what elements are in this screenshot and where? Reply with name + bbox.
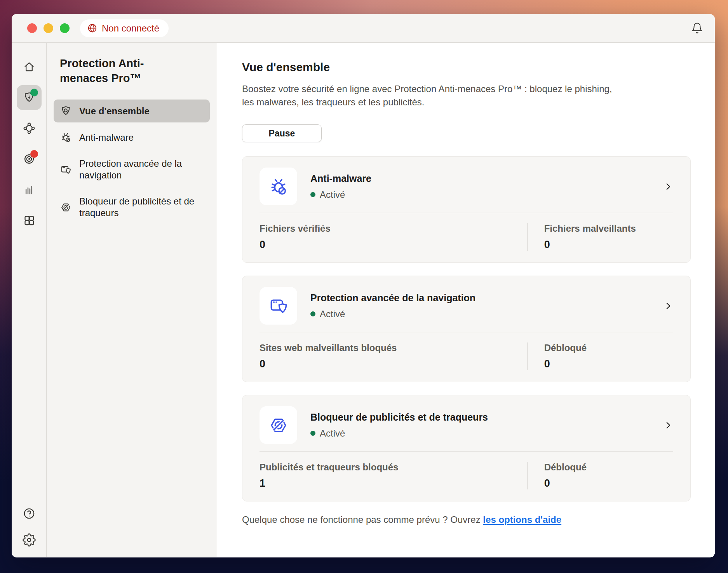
help-options-link[interactable]: les options d'aide <box>483 514 561 525</box>
browser-shield-icon <box>60 164 72 176</box>
card-title: Anti-malware <box>310 173 371 184</box>
status-label: Activé <box>320 189 345 200</box>
status-label: Activé <box>320 428 345 439</box>
grid-tiles-icon <box>23 214 36 227</box>
card-stats: Publicités et traqueurs bloqués 1 Débloq… <box>260 451 673 489</box>
notifications-button[interactable] <box>691 22 703 34</box>
sidebar-item-label: Bloqueur de publicités et de traqueurs <box>79 196 204 219</box>
chevron-right-icon <box>663 301 673 311</box>
sidebar-item-label: Anti-malware <box>79 132 134 143</box>
browsing-protection-card-header[interactable]: Protection avancée de la navigation Acti… <box>260 287 673 325</box>
card-title: Bloqueur de publicités et de traqueurs <box>310 412 488 423</box>
help-footnote-text: Quelque chose ne fonctionne pas comme pr… <box>242 514 483 525</box>
stat-label: Fichiers vérifiés <box>260 223 518 234</box>
stat-label: Débloqué <box>544 462 673 473</box>
close-button[interactable] <box>27 23 37 33</box>
mesh-nodes-icon <box>23 122 36 135</box>
gear-icon <box>23 533 36 547</box>
stat-unblocked: Débloqué 0 <box>527 462 673 489</box>
stat-value: 0 <box>260 239 518 251</box>
rail-item-monitor[interactable] <box>17 147 42 171</box>
titlebar: Non connecté <box>12 14 715 43</box>
stat-value: 1 <box>260 477 518 489</box>
icon-rail <box>12 43 47 557</box>
connection-status-pill[interactable]: Non connecté <box>80 19 169 37</box>
alert-badge <box>30 150 38 158</box>
shield-magnifier-icon <box>60 105 72 117</box>
stat-value: 0 <box>544 358 673 370</box>
rail-item-more-tools[interactable] <box>17 208 42 233</box>
card-title: Protection avancée de la navigation <box>310 292 475 304</box>
main-panel: Vue d'ensemble Boostez votre sécurité en… <box>217 43 715 557</box>
bug-blocked-icon <box>260 168 297 205</box>
chevron-right-icon <box>663 420 673 430</box>
chevron-right-icon <box>663 182 673 192</box>
sidebar-item-label: Vue d'ensemble <box>79 105 150 117</box>
stat-label: Publicités et traqueurs bloqués <box>260 462 518 473</box>
globe-icon <box>87 23 98 33</box>
stat-value: 0 <box>544 239 673 251</box>
settings-button[interactable] <box>18 529 40 551</box>
rail-item-mesh-network[interactable] <box>17 116 42 141</box>
bug-blocked-icon <box>60 131 72 143</box>
card-stats: Sites web malveillants bloqués 0 Débloqu… <box>260 332 673 370</box>
sidebar-title: Protection Anti-menaces Pro™ <box>60 56 171 86</box>
stat-label: Sites web malveillants bloqués <box>260 342 518 353</box>
app-window: Non connecté <box>12 14 715 557</box>
status-label: Activé <box>320 309 345 320</box>
traffic-lights <box>27 23 70 33</box>
help-button[interactable] <box>18 503 40 524</box>
anti-malware-card-header[interactable]: Anti-malware Activé <box>260 168 673 205</box>
window-content: Protection Anti-menaces Pro™ Vue d'ensem… <box>12 43 715 557</box>
status-dot <box>310 192 315 197</box>
stat-value: 0 <box>544 477 673 489</box>
desktop-wallpaper: { "titlebar": { "status_pill": "Non conn… <box>0 0 728 573</box>
browsing-protection-card: Protection avancée de la navigation Acti… <box>242 276 691 382</box>
status-row: Activé <box>310 309 475 320</box>
card-header-text: Anti-malware Activé <box>310 173 371 200</box>
browser-shield-icon <box>260 287 297 325</box>
rail-item-threat-protection[interactable] <box>17 85 42 110</box>
page-title: Vue d'ensemble <box>242 61 691 74</box>
stat-label: Fichiers malveillants <box>544 223 673 234</box>
stat-ads-trackers-blocked: Publicités et traqueurs bloqués 1 <box>260 462 527 489</box>
stat-files-scanned: Fichiers vérifiés 0 <box>260 223 527 251</box>
card-header-text: Protection avancée de la navigation Acti… <box>310 292 475 320</box>
active-status-badge <box>30 89 38 96</box>
help-circle-icon <box>23 507 36 520</box>
sidebar-item-overview[interactable]: Vue d'ensemble <box>54 100 210 122</box>
connection-status-label: Non connecté <box>102 23 159 34</box>
help-footnote: Quelque chose ne fonctionne pas comme pr… <box>242 514 691 541</box>
hexagon-blocked-icon <box>260 406 297 444</box>
ad-blocker-card: Bloqueur de publicités et de traqueurs A… <box>242 395 691 501</box>
status-row: Activé <box>310 428 488 439</box>
home-icon <box>23 60 36 73</box>
feature-sidebar: Protection Anti-menaces Pro™ Vue d'ensem… <box>47 43 217 557</box>
stat-malicious-files: Fichiers malveillants 0 <box>527 223 673 251</box>
stat-value: 0 <box>260 358 518 370</box>
page-description: Boostez votre sécurité en ligne avec Pro… <box>242 82 617 109</box>
stat-unblocked: Débloqué 0 <box>527 342 673 370</box>
minimize-button[interactable] <box>44 23 53 33</box>
rail-bottom-group <box>18 503 40 551</box>
card-stats: Fichiers vérifiés 0 Fichiers malveillant… <box>260 213 673 251</box>
zoom-button[interactable] <box>60 23 70 33</box>
stat-label: Débloqué <box>544 342 673 353</box>
anti-malware-card: Anti-malware Activé Fichiers vérifiés 0 <box>242 156 691 263</box>
sidebar-item-browsing-protection[interactable]: Protection avancée de la navigation <box>54 152 210 187</box>
hexagon-blocked-icon <box>60 201 72 213</box>
stat-sites-blocked: Sites web malveillants bloqués 0 <box>260 342 527 370</box>
pause-button[interactable]: Pause <box>242 124 322 142</box>
status-row: Activé <box>310 189 371 200</box>
status-dot <box>310 311 315 316</box>
bar-chart-icon <box>23 183 36 196</box>
bell-icon <box>691 22 703 34</box>
sidebar-item-label: Protection avancée de la navigation <box>79 158 204 181</box>
ad-blocker-card-header[interactable]: Bloqueur de publicités et de traqueurs A… <box>260 406 673 444</box>
sidebar-item-ad-blocker[interactable]: Bloqueur de publicités et de traqueurs <box>54 190 210 224</box>
rail-item-home[interactable] <box>17 54 42 79</box>
sidebar-item-anti-malware[interactable]: Anti-malware <box>54 126 210 149</box>
rail-item-statistics[interactable] <box>17 177 42 202</box>
card-header-text: Bloqueur de publicités et de traqueurs A… <box>310 412 488 439</box>
status-dot <box>310 431 315 436</box>
